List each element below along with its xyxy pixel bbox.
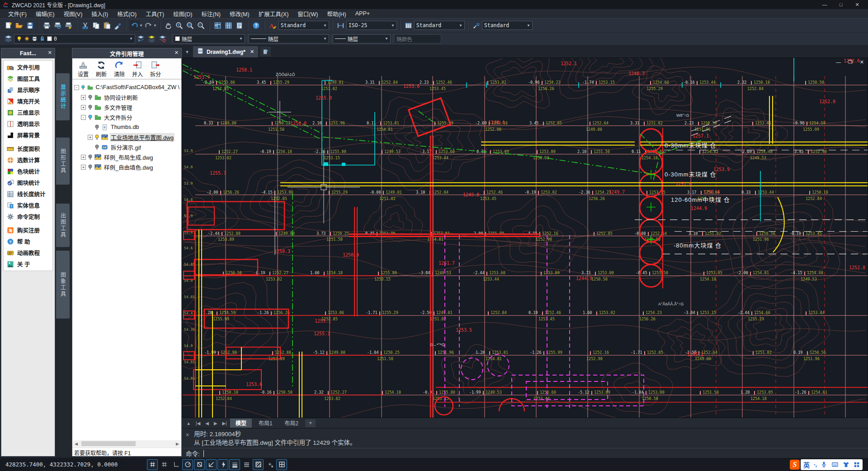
fast-item-draw-order[interactable]: 显示顺序 xyxy=(4,84,52,95)
bulb-icon[interactable] xyxy=(94,134,99,140)
mic-icon[interactable] xyxy=(821,461,827,468)
split-tool-button[interactable]: 拆分 xyxy=(148,61,163,78)
command-close-icon[interactable]: ✕ xyxy=(185,431,189,439)
fast-item-block-stats[interactable]: 图块统计 xyxy=(4,177,52,188)
fast-palette-close-icon[interactable]: ✕ xyxy=(48,50,52,56)
layout-nav-0[interactable]: ▲ xyxy=(184,421,193,426)
fast-item-entity-info[interactable]: i实体信息 xyxy=(4,200,52,211)
doc-list-dropdown-icon[interactable]: ▼ xyxy=(183,47,191,57)
layout-nav-1[interactable]: |◀ xyxy=(193,421,203,426)
design-center-button[interactable] xyxy=(223,20,234,31)
side-tab-出图工具[interactable]: 出图工具 xyxy=(56,204,70,247)
layer-iso-button[interactable] xyxy=(157,33,168,44)
menu-item-3[interactable]: 插入(I) xyxy=(87,10,113,18)
cut-button[interactable] xyxy=(80,20,90,31)
table-style-button[interactable] xyxy=(403,20,414,31)
chevron-down-icon[interactable]: ▼ xyxy=(385,37,388,41)
tree-item[interactable]: -Thumbs.db xyxy=(73,122,180,132)
fast-item-transparent[interactable]: 透明显示 xyxy=(4,118,52,129)
publish-button[interactable] xyxy=(63,20,74,31)
fast-item-about[interactable]: 关 于 xyxy=(4,258,52,270)
status-toggle-menu[interactable] xyxy=(241,459,252,470)
side-tab-图形工具[interactable]: 图形工具 xyxy=(56,138,70,185)
menu-item-11[interactable]: 帮助(H) xyxy=(322,10,350,18)
match-properties-button[interactable] xyxy=(113,20,123,31)
dim-style-combo[interactable]: ISO-25▼ xyxy=(346,21,397,30)
menu-item-8[interactable]: 修改(M) xyxy=(225,10,254,18)
bulb-icon[interactable] xyxy=(94,124,99,130)
fast-item-line-length[interactable]: 线长度统计 xyxy=(4,188,52,200)
status-toggle-dyn[interactable] xyxy=(217,459,228,470)
save-file-button[interactable] xyxy=(25,20,35,31)
pan-button[interactable] xyxy=(163,20,174,31)
tree-toggle-icon[interactable]: + xyxy=(81,105,86,110)
close-button[interactable]: ✕ xyxy=(849,0,865,9)
menu-item-0[interactable]: 文件(F) xyxy=(4,10,31,18)
menu-item-6[interactable]: 绘图(D) xyxy=(169,10,197,18)
plot-preview-button[interactable] xyxy=(52,20,63,31)
scroll-right-icon[interactable]: ▶ xyxy=(174,442,181,446)
clear-tool-button[interactable]: 清除 xyxy=(112,61,127,78)
zoom-window-button[interactable] xyxy=(185,20,195,31)
color-combo[interactable]: 随层▼ xyxy=(173,34,245,43)
layout-nav-3[interactable]: ▶ xyxy=(212,421,220,426)
tree-item[interactable]: +协同设计刷新 xyxy=(73,92,180,102)
bulb-icon[interactable] xyxy=(94,144,99,150)
layout-tab-add[interactable]: + xyxy=(305,419,316,427)
fast-item-help-item[interactable]: ?帮 助 xyxy=(4,236,52,247)
tree-item[interactable]: -C:\FastSoft\FastCADBox64_ZW \ xyxy=(73,82,180,92)
document-tab[interactable]: DWG Drawing1.dwg* ✕ xyxy=(193,46,258,57)
status-toggle-polar[interactable] xyxy=(182,459,193,470)
dim-style-button[interactable] xyxy=(335,20,346,31)
tree-item[interactable]: +工业场地总平布置图.dwg xyxy=(73,132,180,142)
status-toggle-snap[interactable] xyxy=(159,459,170,470)
fast-item-length-area[interactable]: 长度面积 xyxy=(4,143,52,154)
menu-item-12[interactable]: APP+ xyxy=(351,10,374,17)
layer-combo[interactable]: 0▼ xyxy=(14,34,135,43)
layer-prev-button[interactable] xyxy=(136,33,146,44)
layout-tab-布局2[interactable]: 布局2 xyxy=(279,419,304,428)
child-minimize-icon[interactable]: — xyxy=(836,59,841,65)
open-file-button[interactable] xyxy=(14,20,24,31)
tree-toggle-icon[interactable]: - xyxy=(81,115,86,120)
ime-logo-icon[interactable]: S xyxy=(790,460,800,470)
table-style-combo[interactable]: Standard▼ xyxy=(414,21,465,30)
child-restore-icon[interactable]: ❐ xyxy=(848,59,853,65)
layout-tab-布局1[interactable]: 布局1 xyxy=(253,419,278,428)
status-toggle-otrack[interactable] xyxy=(206,459,217,470)
new-document-button[interactable] xyxy=(260,47,271,57)
menu-item-2[interactable]: 视图(V) xyxy=(59,10,87,18)
fast-item-layer-tools[interactable]: 图层工具 xyxy=(4,73,52,84)
fast-item-count-calc[interactable]: 选数计算 xyxy=(4,154,52,166)
bulb-icon[interactable] xyxy=(81,85,85,90)
ref-panel-titlebar[interactable]: 文件引用管理 ✕ xyxy=(72,48,181,58)
text-style-button[interactable]: A xyxy=(268,20,278,31)
linetype-combo[interactable]: 随层▼ xyxy=(249,34,329,43)
tree-toggle-icon[interactable]: - xyxy=(74,85,79,90)
ime-punctuation[interactable]: ·, xyxy=(814,461,816,468)
mleader-style-combo[interactable]: Standard▼ xyxy=(482,21,533,30)
help-button[interactable]: ? xyxy=(251,20,261,31)
fast-item-fill-toggle[interactable]: 填充开关 xyxy=(4,95,52,107)
side-tab-图象工具[interactable]: 图象工具 xyxy=(56,251,70,319)
text-style-combo[interactable]: Standard▼ xyxy=(278,21,329,30)
settings-tool-button[interactable]: 设置 xyxy=(76,61,90,78)
mleader-style-button[interactable] xyxy=(471,20,481,31)
chevron-down-icon[interactable]: ▼ xyxy=(459,24,462,28)
document-tab-close-icon[interactable]: ✕ xyxy=(250,49,254,55)
status-toggle-grid[interactable] xyxy=(147,459,158,470)
layout-nav-4[interactable]: ▶| xyxy=(220,421,229,426)
menu-item-7[interactable]: 标注(N) xyxy=(197,10,225,18)
undo-button[interactable] xyxy=(129,20,140,31)
fast-item-screen-bg[interactable]: 屏幕背景 xyxy=(4,129,52,141)
model-viewport[interactable]: -2.691253.061252.853.451255.291249.01125… xyxy=(182,57,868,418)
chevron-down-icon[interactable]: ▼ xyxy=(323,37,327,41)
chevron-down-icon[interactable]: ▼ xyxy=(239,37,243,41)
command-area[interactable]: ✕ 用时: 2.189004秒 从 [工业场地总平布置图.dwg] 文件中引用了… xyxy=(182,428,868,458)
paste-button[interactable] xyxy=(102,20,112,31)
chevron-down-icon[interactable]: ▼ xyxy=(527,24,530,28)
redo-button[interactable] xyxy=(143,20,154,31)
skin-icon[interactable] xyxy=(843,461,849,468)
status-toggle-vport[interactable] xyxy=(276,459,287,470)
scroll-left-icon[interactable]: ◀ xyxy=(73,442,80,446)
